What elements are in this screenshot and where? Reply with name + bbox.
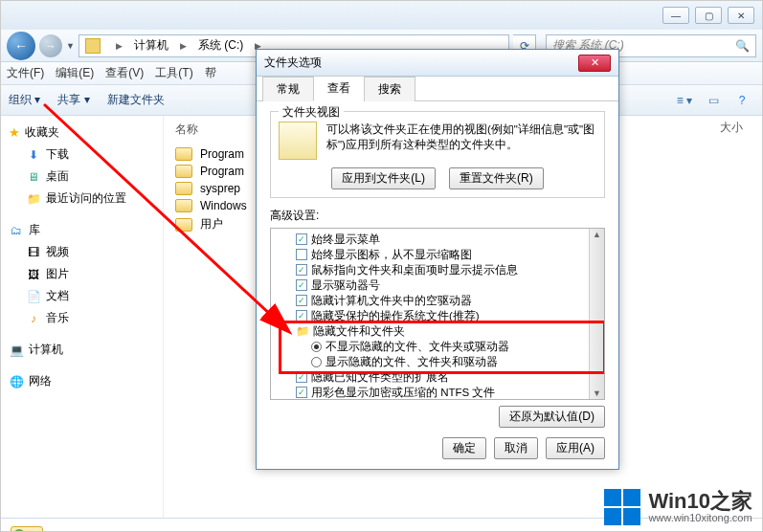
document-icon: 📄 (26, 290, 41, 303)
radio-hide-hidden[interactable] (311, 342, 322, 352)
checkbox[interactable] (296, 249, 307, 260)
menu-help[interactable]: 帮 (205, 65, 216, 81)
dialog-close-button[interactable]: ✕ (578, 55, 611, 72)
checkbox[interactable]: ✓ (296, 279, 307, 291)
menu-view[interactable]: 查看(V) (105, 65, 144, 81)
dialog-title-text: 文件夹选项 (264, 55, 322, 71)
watermark-title: Win10之家 (648, 491, 752, 512)
sidebar-pictures[interactable]: 🖼图片 (5, 263, 159, 285)
ok-button[interactable]: 确定 (442, 437, 486, 459)
status-folder-icon (11, 526, 43, 533)
desktop-icon: 🖥 (26, 170, 41, 184)
back-button[interactable]: ← (7, 32, 35, 60)
download-icon: ⬇ (26, 148, 41, 162)
sidebar-computer[interactable]: 💻计算机 (5, 339, 159, 361)
search-icon[interactable]: 🔍 (735, 39, 750, 53)
sidebar-favorites[interactable]: ★收藏夹 (5, 122, 159, 144)
folder-options-dialog: 文件夹选项 ✕ 常规 查看 搜索 文件夹视图 可以将该文件夹正在使用的视图(例如… (256, 49, 619, 470)
video-icon: 🎞 (26, 246, 41, 259)
menu-edit[interactable]: 编辑(E) (56, 65, 94, 81)
folder-icon (175, 165, 192, 178)
tab-general[interactable]: 常规 (262, 77, 314, 101)
recent-icon: 📁 (26, 192, 41, 206)
window-titlebar: — ▢ ✕ (1, 1, 762, 30)
minimize-button[interactable]: — (662, 7, 689, 24)
sidebar-downloads[interactable]: ⬇下载 (5, 144, 159, 166)
advanced-settings-tree[interactable]: ✓始终显示菜单 始终显示图标，从不显示缩略图 ✓鼠标指向文件夹和桌面项时显示提示… (270, 228, 605, 400)
tab-search[interactable]: 搜索 (364, 77, 415, 101)
new-folder-button[interactable]: 新建文件夹 (107, 92, 165, 108)
checkbox[interactable]: ✓ (296, 295, 307, 306)
sidebar-music[interactable]: ♪音乐 (5, 307, 159, 329)
checkbox[interactable]: ✓ (296, 387, 307, 398)
help-icon[interactable]: ? (729, 90, 754, 111)
menu-tools[interactable]: 工具(T) (155, 65, 192, 81)
path-segment-computer[interactable]: 计算机 (128, 35, 174, 56)
dialog-body: 文件夹视图 可以将该文件夹正在使用的视图(例如"详细信息"或"图标")应用到所有… (257, 101, 618, 437)
forward-button[interactable]: → (39, 34, 62, 57)
close-button[interactable]: ✕ (728, 7, 754, 24)
chevron-right-icon[interactable]: ▶ (174, 35, 192, 56)
sidebar-libraries[interactable]: 🗂库 (5, 219, 159, 241)
folder-view-group: 文件夹视图 可以将该文件夹正在使用的视图(例如"详细信息"或"图标")应用到所有… (270, 111, 605, 198)
restore-defaults-button[interactable]: 还原为默认值(D) (499, 406, 605, 428)
group-description: 可以将该文件夹正在使用的视图(例如"详细信息"或"图标")应用到所有这种类型的文… (326, 122, 596, 160)
advanced-settings-label: 高级设置: (270, 208, 605, 224)
preview-pane-icon[interactable]: ▭ (701, 90, 726, 111)
music-icon: ♪ (26, 312, 41, 325)
sidebar-recent[interactable]: 📁最近访问的位置 (5, 188, 159, 210)
path-segment-drive[interactable]: 系统 (C:) (192, 35, 249, 56)
folder-icon (175, 218, 192, 232)
organize-button[interactable]: 组织 ▾ (9, 92, 40, 108)
history-dropdown-icon[interactable]: ▼ (66, 41, 75, 51)
folder-icon: 📁 (296, 323, 309, 339)
cancel-button[interactable]: 取消 (494, 437, 538, 459)
watermark-url: www.win10xitong.com (648, 512, 752, 523)
folder-icon (175, 199, 192, 212)
checkbox[interactable]: ✓ (296, 264, 307, 276)
folder-view-icon (279, 122, 317, 160)
dialog-footer: 确定 取消 应用(A) (442, 437, 605, 459)
network-icon: 🌐 (9, 375, 24, 388)
scrollbar[interactable] (589, 229, 604, 399)
share-button[interactable]: 共享 ▾ (57, 92, 89, 108)
windows-logo-icon (604, 489, 640, 525)
sidebar-desktop[interactable]: 🖥桌面 (5, 166, 159, 188)
view-mode-icon[interactable]: ≡ ▾ (672, 90, 697, 111)
watermark: Win10之家 www.win10xitong.com (604, 489, 752, 525)
menu-file[interactable]: 文件(F) (7, 65, 44, 81)
radio-show-hidden[interactable] (311, 357, 322, 367)
apply-to-folders-button[interactable]: 应用到文件夹(L) (331, 167, 436, 189)
col-name[interactable]: 名称 (175, 122, 198, 138)
checkbox[interactable]: ✓ (296, 310, 307, 321)
group-title: 文件夹视图 (279, 104, 344, 121)
drive-icon (85, 38, 101, 54)
dialog-tabs: 常规 查看 搜索 (257, 77, 618, 101)
tab-view[interactable]: 查看 (313, 76, 365, 101)
checkbox[interactable]: ✓ (296, 371, 307, 383)
folder-icon (175, 147, 192, 161)
sidebar-videos[interactable]: 🎞视频 (5, 241, 159, 263)
maximize-button[interactable]: ▢ (695, 7, 722, 24)
dialog-titlebar[interactable]: 文件夹选项 ✕ (257, 50, 618, 77)
reset-folders-button[interactable]: 重置文件夹(R) (449, 167, 544, 189)
nav-sidebar: ★收藏夹 ⬇下载 🖥桌面 📁最近访问的位置 🗂库 🎞视频 🖼图片 📄文档 ♪音乐… (1, 116, 164, 518)
library-icon: 🗂 (9, 224, 24, 237)
picture-icon: 🖼 (26, 268, 41, 281)
computer-icon: 💻 (9, 344, 24, 357)
folder-icon (175, 182, 192, 195)
sidebar-documents[interactable]: 📄文档 (5, 285, 159, 307)
apply-button[interactable]: 应用(A) (546, 437, 605, 459)
chevron-right-icon[interactable]: ▶ (110, 35, 128, 56)
sidebar-network[interactable]: 🌐网络 (5, 370, 159, 392)
checkbox[interactable]: ✓ (296, 233, 307, 245)
star-icon: ★ (9, 125, 20, 140)
col-size[interactable]: 大小 (720, 120, 743, 136)
